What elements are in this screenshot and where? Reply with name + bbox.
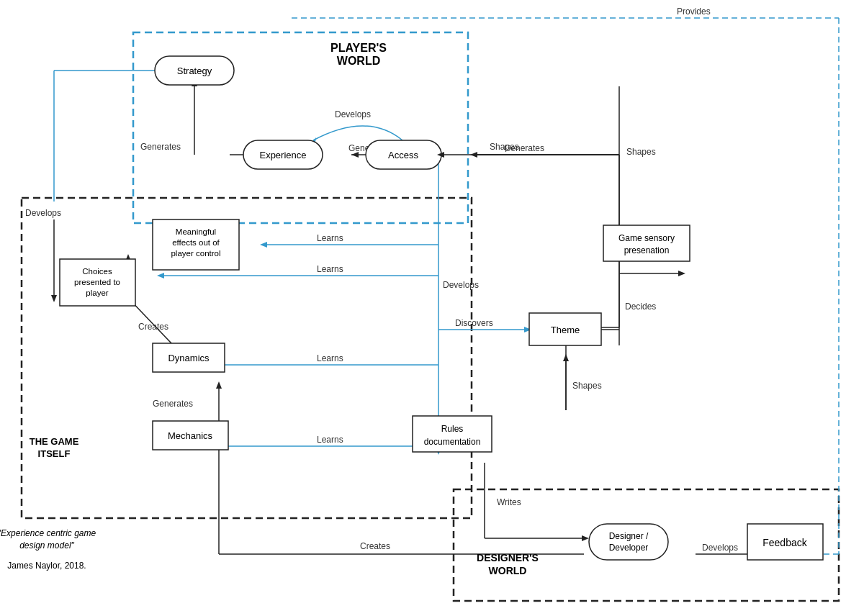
- meaningful-label2: effects out of: [172, 238, 220, 247]
- game-itself-label2: ITSELF: [38, 448, 71, 459]
- rules-theme-arrowhead: [563, 354, 569, 361]
- feedback-label: Feedback: [762, 537, 807, 548]
- learns-choices-arrowhead: [157, 273, 164, 278]
- learns-meaningful-arrowhead: [260, 242, 267, 248]
- learns-meaningful-label: Learns: [317, 233, 343, 243]
- develops-curved-label: Develops: [335, 109, 371, 119]
- creates-choices-label: Creates: [138, 322, 168, 332]
- designer-label2: Developer: [609, 543, 649, 553]
- generates-mech-label: Generates: [153, 399, 193, 409]
- develops-label: Develops: [443, 280, 479, 290]
- game-sensory-label2: presenation: [624, 245, 670, 255]
- learns-choices-label: Learns: [317, 264, 343, 274]
- decides-label: Decides: [625, 302, 656, 312]
- designer-node: [589, 524, 668, 560]
- provides-label: Provides: [677, 6, 711, 17]
- game-itself-box: [22, 198, 472, 518]
- players-world-label2: WORLD: [337, 55, 380, 67]
- experience-label: Experience: [259, 150, 306, 160]
- quote-text2: design model": [19, 540, 74, 551]
- learns-mechanics-label: Learns: [317, 435, 343, 445]
- author-text: James Naylor, 2018.: [7, 561, 86, 571]
- learns-dynamics-label: Learns: [317, 353, 343, 363]
- choices-label2: presented to: [74, 278, 120, 286]
- develops-left-arrowhead: [51, 295, 57, 302]
- develops-left-label: Develops: [25, 208, 61, 218]
- shapes-acc-label: Shapes: [490, 142, 519, 152]
- shapes-right-label: Shapes: [626, 147, 656, 157]
- game-sensory-node: [603, 225, 690, 261]
- players-world-label1: PLAYER'S: [330, 42, 387, 54]
- designer-label1: Designer /: [609, 531, 649, 541]
- meaningful-label3: player control: [171, 249, 220, 258]
- meaningful-label1: Meaningful: [176, 227, 216, 236]
- rules-label1: Rules: [441, 424, 464, 434]
- decides-arrowhead: [678, 271, 685, 276]
- creates-label: Creates: [360, 541, 390, 551]
- writes-label: Writes: [497, 497, 521, 507]
- shapes-theme-label: Shapes: [572, 381, 602, 391]
- choices-label3: player: [86, 289, 108, 297]
- choices-label1: Choices: [82, 267, 112, 276]
- generates-exp-label: Generates: [140, 142, 181, 152]
- strategy-label: Strategy: [177, 65, 212, 76]
- develops-fb-label: Develops: [702, 543, 738, 553]
- designers-world-label2: WORLD: [489, 565, 527, 576]
- quote-text1: "Experience centric game: [0, 528, 96, 538]
- dynamics-label: Dynamics: [168, 353, 210, 363]
- mechanics-label: Mechanics: [168, 430, 213, 441]
- designers-world-label1: DESIGNER'S: [477, 552, 539, 563]
- discovers-label: Discovers: [455, 318, 493, 328]
- rules-label2: documentation: [424, 437, 481, 447]
- diagram-container: Provides Develops Discovers Learns Learn…: [0, 0, 864, 616]
- gen-mech-dyn-arrowhead: [216, 381, 222, 389]
- game-itself-label1: THE GAME: [30, 436, 79, 447]
- main-diagram: Provides Develops Discovers Learns Learn…: [0, 0, 864, 616]
- access-label: Access: [388, 150, 418, 160]
- develops-curved-line: [313, 126, 402, 140]
- writes-arrowhead: [582, 535, 589, 541]
- game-sensory-label1: Game sensory: [618, 233, 675, 243]
- theme-label: Theme: [551, 325, 580, 335]
